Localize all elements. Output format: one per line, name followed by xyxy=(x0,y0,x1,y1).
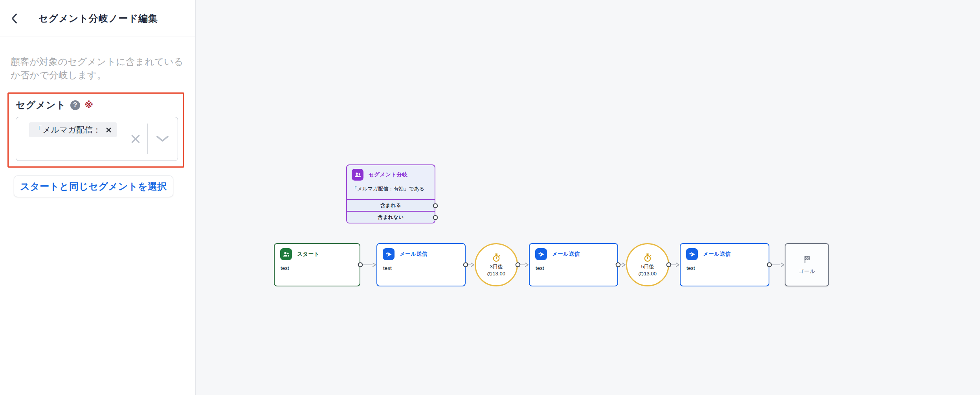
checkered-flag-icon xyxy=(802,255,812,264)
node-header: セグメント分岐 xyxy=(347,165,435,181)
branch-condition: 「メルマガ配信：有効」である xyxy=(347,181,435,192)
help-icon[interactable]: ? xyxy=(70,100,80,110)
node-title: メール送信 xyxy=(552,251,580,258)
node-title: セグメント分岐 xyxy=(369,171,408,178)
port-start-out[interactable] xyxy=(358,263,362,267)
user-group-icon xyxy=(280,248,292,260)
paper-plane-icon xyxy=(383,248,395,260)
node-mail-send-2[interactable]: メール送信 test xyxy=(529,243,618,286)
user-group-icon xyxy=(352,169,363,181)
node-header: スタート xyxy=(275,244,360,260)
paper-plane-icon xyxy=(686,248,698,260)
chevron-down-icon[interactable] xyxy=(156,135,169,142)
port-branch-included[interactable] xyxy=(433,204,437,208)
node-mail-send-1[interactable]: メール送信 test xyxy=(376,243,466,286)
node-header: メール送信 xyxy=(377,244,465,260)
segment-select[interactable]: 「メルマガ配信： xyxy=(16,117,178,161)
node-goal[interactable]: ゴール xyxy=(785,243,829,286)
node-body: test xyxy=(377,260,465,271)
stopwatch-icon xyxy=(642,253,653,263)
node-mail-send-3[interactable]: メール送信 test xyxy=(680,243,769,286)
paper-plane-icon xyxy=(535,248,547,260)
timer-delay: 3日後 xyxy=(490,263,503,270)
timer-time: の13:00 xyxy=(639,270,657,277)
timer-time: の13:00 xyxy=(487,270,505,277)
panel-header: セグメント分岐ノード編集 xyxy=(0,0,195,37)
selected-segment-tag: 「メルマガ配信： xyxy=(29,122,117,137)
node-title: スタート xyxy=(297,251,319,258)
node-segment-branch[interactable]: セグメント分岐 「メルマガ配信：有効」である 含まれる 含まれない xyxy=(346,164,435,223)
page-title: セグメント分岐ノード編集 xyxy=(39,12,158,25)
clear-selection-icon[interactable] xyxy=(130,133,141,144)
edit-panel: セグメント分岐ノード編集 顧客が対象のセグメントに含まれているか否かで分岐します… xyxy=(0,0,196,395)
chevron-left-icon xyxy=(10,13,19,24)
node-header: メール送信 xyxy=(530,244,617,260)
segment-field-highlight: セグメント ? ※ 「メルマガ配信： xyxy=(7,92,184,168)
node-title: メール送信 xyxy=(400,251,428,258)
node-body: test xyxy=(530,260,617,271)
node-timer-3days[interactable]: 3日後 の13:00 xyxy=(475,243,518,286)
node-description: 顧客が対象のセグメントに含まれているか否かで分岐します。 xyxy=(11,55,184,82)
spacer xyxy=(347,192,435,199)
port-branch-not-included[interactable] xyxy=(433,216,437,220)
timer-delay: 5日後 xyxy=(641,263,654,270)
port-timer1-out[interactable] xyxy=(516,263,520,267)
flow-editor-page: セグメント分岐ノード編集 顧客が対象のセグメントに含まれているか否かで分岐します… xyxy=(0,0,980,395)
node-start[interactable]: スタート test xyxy=(274,243,360,286)
segment-label-row: セグメント ? ※ xyxy=(16,99,93,111)
node-body: test xyxy=(681,260,769,271)
select-controls xyxy=(130,117,178,161)
stopwatch-icon xyxy=(491,253,501,263)
port-mail1-out[interactable] xyxy=(464,263,468,267)
port-mail2-out[interactable] xyxy=(616,263,620,267)
port-timer2-out[interactable] xyxy=(667,263,671,267)
port-mail3-out[interactable] xyxy=(767,263,771,267)
node-timer-5days[interactable]: 5日後 の13:00 xyxy=(626,243,669,286)
required-mark: ※ xyxy=(84,100,93,111)
node-body: test xyxy=(275,260,360,271)
same-segment-as-start-button[interactable]: スタートと同じセグメントを選択 xyxy=(14,175,173,197)
segment-field-label: セグメント xyxy=(16,99,66,111)
segment-tag-label: 「メルマガ配信： xyxy=(34,124,101,135)
branch-row-not-included[interactable]: 含まれない xyxy=(347,211,435,223)
branch-row-included[interactable]: 含まれる xyxy=(347,199,435,211)
back-button[interactable] xyxy=(8,12,21,25)
node-title: メール送信 xyxy=(703,251,731,258)
node-header: メール送信 xyxy=(681,244,769,260)
select-divider xyxy=(147,124,148,154)
tag-remove-icon[interactable] xyxy=(106,127,112,133)
node-title: ゴール xyxy=(798,268,815,275)
